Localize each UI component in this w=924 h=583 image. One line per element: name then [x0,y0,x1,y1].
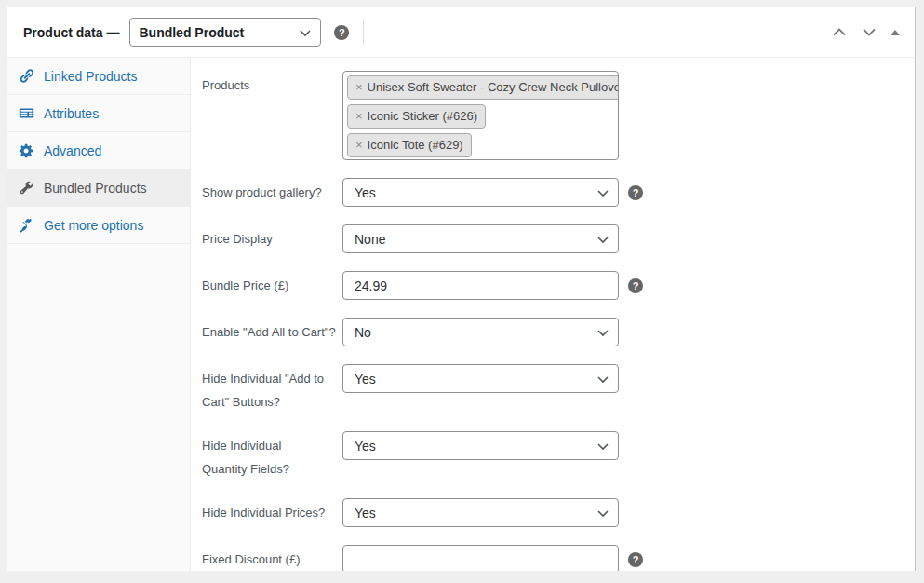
form-row-price-display: Price Display None [202,224,896,253]
metabox-header: Product data — Bundled Product ? [7,7,915,58]
bundle-price-help-icon[interactable]: ? [628,278,643,293]
attributes-icon [19,105,34,121]
show-product-gallery-help-icon[interactable]: ? [628,185,643,200]
wrench-icon [19,180,34,196]
form-row-hide-individual-add-to-cart-buttons: Hide Individual "Add to Cart" Buttons? Y… [202,364,896,414]
tab-linked-products[interactable]: Linked Products [7,58,190,95]
field-label: Show product gallery? [202,178,342,204]
toggle-panel-button[interactable] [889,28,902,37]
product-data-tabs: Linked Products Attributes Advanced Bund… [7,58,191,571]
field-label: Bundle Price (£) [202,271,342,297]
tab-advanced[interactable]: Advanced [7,132,190,169]
product-tag: ×Iconic Sticker (#626) [347,104,486,129]
form-row-bundle-price: Bundle Price (£) ? [202,271,896,300]
field-label: Fixed Discount (£) [202,545,342,571]
move-up-button[interactable] [829,24,850,40]
tab-attributes[interactable]: Attributes [7,95,190,132]
form-row-hide-individual-prices: Hide Individual Prices? Yes [202,498,896,527]
gear-icon [19,142,34,158]
move-down-button[interactable] [859,24,879,40]
hide-individual-prices-select[interactable]: Yes [342,498,619,527]
metabox-controls [829,24,902,40]
product-tag: ×Iconic Tote (#629) [347,133,472,157]
header-divider [363,20,364,45]
field-label: Hide Individual Quantity Fields? [202,431,342,481]
remove-tag-icon[interactable]: × [355,80,363,94]
product-type-select[interactable]: Bundled Product [129,18,321,47]
metabox-body: Linked Products Attributes Advanced Bund… [7,58,915,571]
field-label: Hide Individual Prices? [202,498,342,524]
link-icon [19,68,34,84]
tab-bundled-products[interactable]: Bundled Products [7,169,190,207]
product-data-metabox: Product data — Bundled Product ? Linked … [7,7,916,571]
fixed-discount-input[interactable] [342,545,619,571]
remove-tag-icon[interactable]: × [355,109,363,123]
field-label: Products [202,71,342,97]
metabox-title: Product data — [17,25,119,40]
product-tag: ×Unisex Soft Sweater - Cozy Crew Neck Pu… [347,75,619,100]
hide-individual-quantity-fields-select[interactable]: Yes [342,431,619,460]
form-row-products: Products ×Unisex Soft Sweater - Cozy Cre… [202,71,896,160]
bundled-products-panel: Products ×Unisex Soft Sweater - Cozy Cre… [191,58,915,571]
field-label: Hide Individual "Add to Cart" Buttons? [202,364,342,414]
bundle-price-input[interactable] [342,271,619,300]
product-type-help-icon[interactable]: ? [334,25,349,40]
form-row-show-product-gallery: Show product gallery? Yes ? [202,178,896,207]
price-display-select[interactable]: None [342,224,619,253]
enable-add-all-to-cart-select[interactable]: No [342,318,619,346]
form-row-enable-add-all-to-cart: Enable "Add All to Cart"? No [202,318,896,346]
field-label: Enable "Add All to Cart"? [202,318,342,344]
tab-get-more-options[interactable]: Get more options [7,207,190,244]
form-row-hide-individual-quantity-fields: Hide Individual Quantity Fields? Yes [202,431,896,481]
products-multiselect[interactable]: ×Unisex Soft Sweater - Cozy Crew Neck Pu… [342,71,619,160]
remove-tag-icon[interactable]: × [355,138,363,152]
show-product-gallery-select[interactable]: Yes [342,178,619,207]
form-row-fixed-discount: Fixed Discount (£) ? [202,545,896,571]
triangle-up-icon [891,30,900,35]
field-label: Price Display [202,224,342,251]
chevron-down-icon [861,26,877,38]
plug-icon [19,217,34,233]
chevron-up-icon [831,26,848,38]
fixed-discount-help-icon[interactable]: ? [628,552,643,567]
hide-individual-add-to-cart-buttons-select[interactable]: Yes [342,364,619,393]
